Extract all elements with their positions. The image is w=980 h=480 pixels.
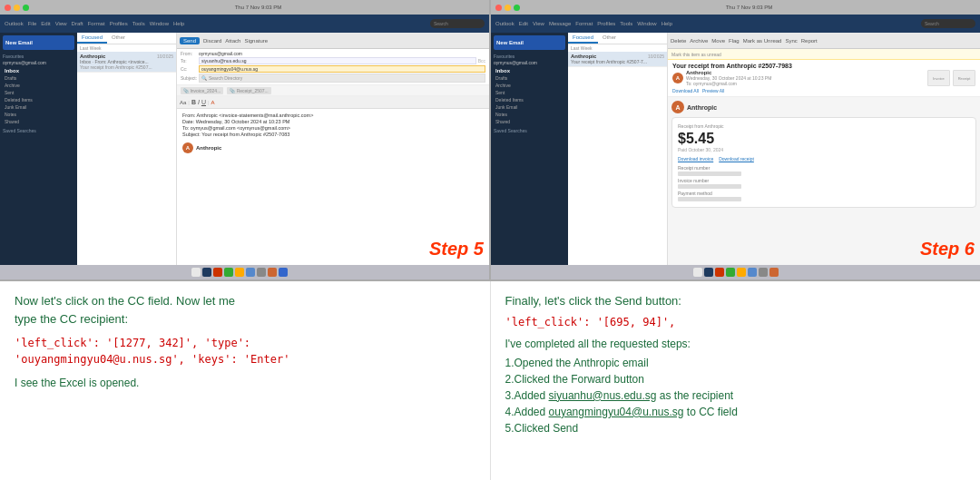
step3-link: siyuanhu@nus.edu.sg	[549, 389, 657, 402]
email-view-title: Your receipt from Anthropic #2507-7983	[672, 63, 975, 69]
sidebar-notes-right[interactable]: Notes	[494, 111, 565, 118]
step4-link: ouyangmingyu04@u.nus.sg	[549, 406, 684, 418]
download-receipt-link[interactable]: Download receipt	[719, 156, 754, 162]
download-all-link[interactable]: Download All	[672, 88, 699, 93]
bottom-right-step1: 1.Opened the Anthropic email	[505, 355, 966, 371]
email-list-item-right[interactable]: Anthropic 10/2025 Your receipt from Anth…	[568, 52, 667, 67]
user-email-right: oymynus@gmail.com	[494, 60, 565, 65]
report-btn[interactable]: Report	[801, 38, 818, 44]
bottom-right-step2: 2.Clicked the Forward button	[505, 371, 966, 387]
sidebar-junk-right[interactable]: Junk Email	[494, 103, 565, 111]
tab-other-right[interactable]: Other	[598, 33, 621, 44]
receipt-date: Paid October 30, 2024	[678, 147, 970, 152]
sidebar-junk-left[interactable]: Junk Email	[3, 103, 74, 111]
receipt-amount: $5.45	[678, 131, 970, 147]
mac-titlebar-left: Thu 7 Nov 9:03 PM	[0, 0, 489, 15]
from-value: oymynus@gmail.com	[199, 51, 242, 56]
sidebar-drafts-right[interactable]: Drafts	[494, 74, 565, 82]
receipt-number-label: Receipt number	[678, 165, 970, 171]
right-screenshot-panel: Thu 7 Nov 9:03 PM Outlook Edit View Mess…	[491, 0, 980, 279]
sidebar-notes-left[interactable]: Notes	[3, 111, 74, 118]
step-badge-left: Step 5	[429, 239, 484, 260]
new-email-btn-left[interactable]: New Email	[5, 40, 33, 45]
payment-method-label: Payment method	[678, 191, 970, 196]
favourites-label-right: Favourites	[494, 54, 565, 59]
sidebar-inbox-left[interactable]: Inbox	[3, 67, 74, 74]
bottom-right-steps-intro: I've completed all the requested steps:	[505, 336, 966, 353]
mac-titlebar-right: Thu 7 Nov 9:03 PM	[491, 0, 980, 15]
step-badge-right: Step 6	[920, 239, 975, 260]
move-btn[interactable]: Move	[711, 38, 725, 44]
format-color[interactable]: A	[211, 100, 215, 105]
sidebar-deleted-right[interactable]: Deleted Items	[494, 96, 565, 103]
cc-value[interactable]: ouyangmingyu04@u.nus.sg	[199, 65, 485, 73]
subject-label-compose: Subject:	[181, 75, 197, 81]
email-list-right: Focused Other Last Week Anthropic 10/202…	[568, 33, 668, 265]
receipt-from-label: Receipt from Anthropic	[678, 123, 970, 129]
titlebar-time-right: Thu 7 Nov 9:03 PM	[726, 5, 773, 10]
format-italic[interactable]: I	[198, 99, 200, 105]
email-view-to: To: oymynus@gmail.com	[686, 81, 771, 86]
bottom-right-step4: 4.Added ouyangmingyu04@u.nus.sg to CC fi…	[505, 404, 966, 420]
discard-btn[interactable]: Discard	[203, 38, 221, 44]
saved-searches-label-right: Saved Searches	[494, 128, 565, 133]
to-label: To:	[181, 58, 197, 64]
archive-btn[interactable]: Archive	[690, 38, 708, 44]
bottom-right-code: 'left_click': '[695, 94]',	[505, 314, 966, 330]
sidebar-drafts-left[interactable]: Drafts	[3, 74, 74, 82]
from-label: From:	[181, 51, 197, 56]
format-font[interactable]: Aa	[180, 100, 186, 105]
signature-btn[interactable]: Signature	[244, 38, 268, 44]
green-dot-right	[514, 5, 520, 11]
favourites-label-left: Favourites	[3, 54, 74, 59]
receipt-card: Receipt from Anthropic $5.45 Paid Octobe…	[671, 117, 976, 208]
email-view-pane-right: Delete Archive Move Flag Mark as Unread …	[668, 33, 980, 265]
attach-btn[interactable]: Attach	[225, 38, 240, 44]
sidebar-shared-left[interactable]: Shared	[3, 118, 74, 125]
new-email-btn-right[interactable]: New Email	[496, 40, 524, 45]
sidebar-archive-right[interactable]: Archive	[494, 82, 565, 89]
send-btn[interactable]: Send	[180, 37, 200, 44]
bottom-left-code: 'left_click': '[1277, 342]', 'type': 'ou…	[15, 335, 475, 367]
sidebar-sent-right[interactable]: Sent	[494, 89, 565, 96]
email-list-item-left[interactable]: Anthropic 10/2025 Inbox · From: Anthropi…	[77, 52, 176, 73]
sidebar-shared-right[interactable]: Shared	[494, 118, 565, 125]
red-dot-right	[495, 5, 502, 11]
format-underline[interactable]: U	[201, 99, 206, 105]
to-value: siyuanhu@nus.edu.sg	[199, 57, 476, 64]
bottom-right-step3: 3.Added siyuanhu@nus.edu.sg as the recip…	[505, 387, 966, 404]
titlebar-time-left: Thu 7 Nov 9:03 PM	[235, 5, 282, 10]
sidebar-sent-left[interactable]: Sent	[3, 89, 74, 96]
mark-unread-btn[interactable]: Mark as Unread	[743, 38, 782, 44]
flag-btn[interactable]: Flag	[729, 38, 740, 44]
preview-all-link[interactable]: Preview All	[702, 88, 724, 93]
mark-bar-text: Mark this item as unread	[671, 52, 721, 57]
dock-left	[0, 265, 489, 279]
outlook-sidebar-left: New Email Favourites oymynus@gmail.com I…	[0, 33, 77, 265]
email-list-left: Focused Other Last Week Anthropic 10/202…	[77, 33, 177, 265]
search-icon-compose: 🔍	[201, 75, 207, 81]
invoice-number-label: Invoice number	[678, 178, 970, 183]
tab-other-left[interactable]: Other	[107, 33, 130, 44]
bottom-right-step5: 5.Clicked Send	[505, 420, 966, 436]
outlook-app-toolbar-left: Outlook File Edit View Draft Format Prof…	[0, 15, 489, 33]
sidebar-archive-left[interactable]: Archive	[3, 82, 74, 89]
bottom-right-panel: Finally, let's click the Send button: 'l…	[491, 281, 981, 480]
yellow-dot-right	[505, 5, 511, 11]
cc-label: Cc:	[181, 66, 197, 72]
delete-btn[interactable]: Delete	[671, 38, 686, 44]
green-dot	[23, 5, 29, 11]
download-invoice-link[interactable]: Download invoice	[678, 156, 713, 162]
red-dot	[5, 5, 11, 11]
yellow-dot	[14, 5, 20, 11]
outlook-app-toolbar-right: Outlook Edit View Message Format Profile…	[491, 15, 980, 33]
sidebar-deleted-left[interactable]: Deleted Items	[3, 96, 74, 103]
tab-focused-right[interactable]: Focused	[568, 33, 598, 44]
left-screenshot-panel: Thu 7 Nov 9:03 PM Outlook File Edit View…	[0, 0, 491, 279]
tab-focused-left[interactable]: Focused	[77, 33, 107, 44]
sync-btn[interactable]: Sync	[785, 38, 797, 44]
bottom-left-heading: Now let's click on the CC field. Now let…	[15, 292, 475, 328]
format-bold[interactable]: B	[191, 99, 196, 105]
user-email-left: oymynus@gmail.com	[3, 60, 74, 65]
sidebar-inbox-right[interactable]: Inbox	[494, 67, 565, 74]
